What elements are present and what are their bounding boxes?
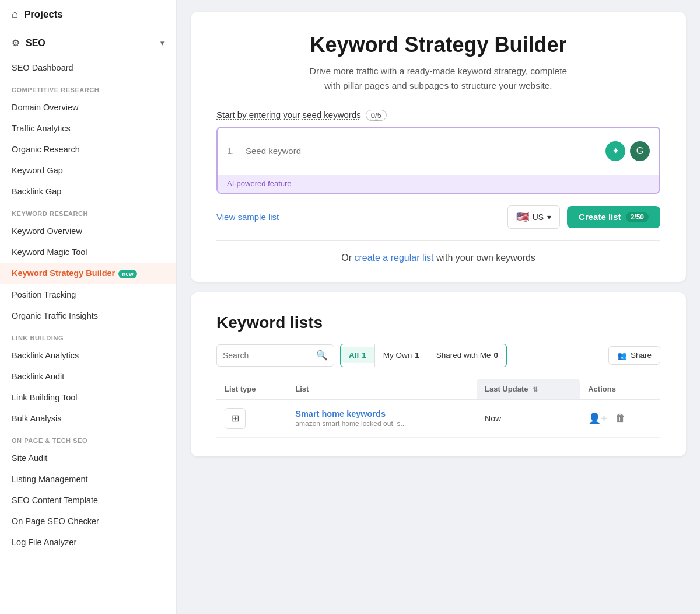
keyword-lists-search-input[interactable]	[223, 351, 316, 360]
create-list-label: Create list	[579, 212, 621, 222]
country-selector[interactable]: 🇺🇸 US ▾	[508, 205, 560, 229]
filter-tab-my-own[interactable]: My Own 1	[375, 347, 428, 363]
create-regular-list-link[interactable]: create a regular list	[354, 253, 433, 263]
sidebar-item-link-building-tool[interactable]: Link Building Tool	[0, 387, 176, 408]
keyword-lists-title: Keyword lists	[216, 313, 660, 332]
col-list: List	[287, 379, 477, 400]
seed-number: 1.	[227, 146, 239, 156]
seo-section-toggle[interactable]: ⚙ SEO ▾	[0, 29, 176, 57]
sidebar-item-position-tracking[interactable]: Position Tracking	[0, 284, 176, 305]
keyword-lists-table: List type List Last Update ⇅ Actions ⊞ S…	[216, 379, 660, 438]
seed-keywords-text: seed keywords	[303, 110, 361, 120]
delete-icon[interactable]: 🗑	[615, 412, 626, 424]
share-icon: 👥	[617, 351, 627, 360]
seed-section: Start by entering your seed keywords 0/5…	[216, 110, 660, 194]
cell-actions: 👤+ 🗑	[580, 399, 660, 437]
sidebar-item-keyword-gap[interactable]: Keyword Gap	[0, 160, 176, 181]
table-row: ⊞ Smart home keywords amazon smart home …	[216, 399, 660, 437]
keyword-lists-search-button[interactable]: 🔍	[316, 350, 328, 361]
projects-label: Projects	[24, 9, 63, 20]
keyword-lists-tbody: ⊞ Smart home keywords amazon smart home …	[216, 399, 660, 437]
filter-count-all: 1	[362, 351, 366, 360]
seo-label: SEO	[26, 38, 46, 48]
ksb-actions: View sample list 🇺🇸 US ▾ Create list 2/5…	[216, 205, 660, 229]
sidebar-item-keyword-magic-tool[interactable]: Keyword Magic Tool	[0, 242, 176, 263]
col-last-update: Last Update ⇅	[477, 379, 580, 400]
sidebar-projects-header[interactable]: ⌂ Projects	[0, 0, 176, 29]
flag-icon: 🇺🇸	[516, 211, 529, 224]
sidebar-item-domain-overview[interactable]: Domain Overview	[0, 97, 176, 118]
sidebar-item-backlink-analytics[interactable]: Backlink Analytics	[0, 345, 176, 366]
sort-icon: ⇅	[533, 386, 538, 393]
col-list-type: List type	[216, 379, 287, 400]
filter-tab-shared-with-me[interactable]: Shared with Me 0	[428, 347, 506, 363]
sidebar-item-seo-content-template[interactable]: SEO Content Template	[0, 490, 176, 511]
list-name-link[interactable]: Smart home keywords	[295, 409, 386, 418]
sidebar-item-traffic-analytics[interactable]: Traffic Analytics	[0, 118, 176, 139]
list-keywords-preview: amazon smart home locked out, s...	[295, 420, 468, 428]
share-label: Share	[631, 351, 652, 360]
ai-enhance-icon[interactable]: ✦	[606, 141, 625, 161]
main-content: Keyword Strategy Builder Drive more traf…	[177, 0, 700, 614]
seo-icon: ⚙	[12, 37, 20, 48]
or-section: Or create a regular list with your own k…	[216, 253, 660, 263]
create-list-button[interactable]: Create list 2/50	[567, 206, 660, 228]
keyword-lists-search-wrapper: 🔍	[216, 344, 334, 367]
filter-tabs: All 1My Own 1Shared with Me 0	[340, 344, 507, 367]
col-actions: Actions	[580, 379, 660, 400]
nav-section-label-on-page-tech-seo: ON PAGE & TECH SEO	[0, 429, 176, 448]
grammar-icon[interactable]: G	[630, 141, 650, 161]
sidebar-item-seo-dashboard[interactable]: SEO Dashboard	[0, 57, 176, 78]
keyword-lists-card: Keyword lists 🔍 All 1My Own 1Shared with…	[191, 292, 686, 456]
filter-count-my-own: 1	[415, 351, 419, 360]
ksb-title: Keyword Strategy Builder	[216, 33, 660, 57]
home-icon: ⌂	[12, 8, 18, 20]
add-user-icon[interactable]: 👤+	[588, 412, 607, 425]
view-sample-link[interactable]: View sample list	[216, 212, 279, 222]
sidebar-item-backlink-gap[interactable]: Backlink Gap	[0, 181, 176, 202]
sidebar-item-listing-management[interactable]: Listing Management	[0, 469, 176, 490]
sidebar-item-site-audit[interactable]: Site Audit	[0, 448, 176, 469]
list-type-icon: ⊞	[225, 408, 246, 429]
sidebar-item-backlink-audit[interactable]: Backlink Audit	[0, 366, 176, 387]
cell-list-type: ⊞	[216, 399, 287, 437]
ai-powered-label: AI-powered feature	[218, 175, 659, 193]
create-list-count: 2/50	[626, 212, 649, 222]
sidebar-item-on-page-seo-checker[interactable]: On Page SEO Checker	[0, 511, 176, 532]
nav-section-label-keyword-research: KEYWORD RESEARCH	[0, 202, 176, 221]
sidebar-item-bulk-analysis[interactable]: Bulk Analysis	[0, 408, 176, 429]
sidebar: ⌂ Projects ⚙ SEO ▾ SEO Dashboard COMPETI…	[0, 0, 177, 614]
chevron-down-icon: ▾	[160, 39, 164, 47]
sidebar-item-log-file-analyzer[interactable]: Log File Analyzer	[0, 532, 176, 553]
nav-section-label-competitive-research: COMPETITIVE RESEARCH	[0, 78, 176, 97]
country-label: US	[533, 212, 544, 222]
cell-last-update: Now	[477, 399, 580, 437]
filter-tab-all[interactable]: All 1	[341, 347, 374, 363]
sidebar-item-organic-research[interactable]: Organic Research	[0, 139, 176, 160]
nav-section-label-link-building: LINK BUILDING	[0, 326, 176, 345]
sidebar-nav: COMPETITIVE RESEARCHDomain OverviewTraff…	[0, 78, 176, 553]
share-button[interactable]: 👥 Share	[608, 346, 660, 365]
filter-count-shared-with-me: 0	[494, 351, 499, 360]
seed-input-wrapper: 1. ✦ G AI-powered feature	[216, 127, 660, 194]
sidebar-item-organic-traffic-insights[interactable]: Organic Traffic Insights	[0, 305, 176, 326]
sidebar-item-keyword-strategy-builder[interactable]: Keyword Strategy Buildernew	[0, 263, 176, 284]
seed-count: 0/5	[366, 110, 387, 121]
seed-keyword-input[interactable]	[246, 146, 606, 156]
divider	[216, 240, 660, 241]
ksb-card: Keyword Strategy Builder Drive more traf…	[191, 12, 686, 282]
cell-list: Smart home keywords amazon smart home lo…	[287, 399, 477, 437]
seed-label: Start by entering your seed keywords 0/5	[216, 110, 660, 121]
sidebar-item-keyword-overview[interactable]: Keyword Overview	[0, 221, 176, 242]
country-chevron-icon: ▾	[547, 212, 551, 222]
ksb-subtitle: Drive more traffic with a ready-made key…	[216, 64, 660, 93]
keyword-lists-toolbar: 🔍 All 1My Own 1Shared with Me 0 👥 Share	[216, 344, 660, 367]
